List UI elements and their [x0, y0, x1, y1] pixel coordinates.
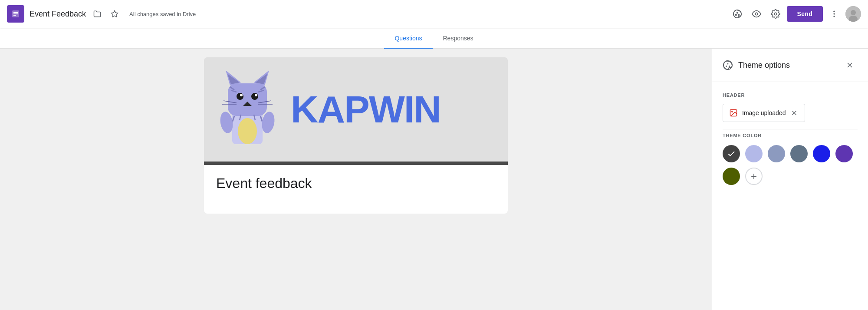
color-swatch-medium-periwinkle[interactable] [768, 145, 785, 162]
folder-icon [93, 10, 101, 18]
tab-questions[interactable]: Questions [384, 28, 432, 49]
color-swatch-purple[interactable] [835, 145, 853, 162]
palette-icon [733, 9, 742, 19]
color-swatch-dark-gray[interactable] [723, 145, 740, 162]
doc-title: Event Feedback [30, 10, 86, 19]
image-uploaded-text: Image uploaded [742, 109, 786, 116]
color-swatch-olive[interactable] [723, 168, 740, 185]
theme-color-section: THEME COLOR + [712, 129, 868, 195]
saved-status: All changes saved in Drive [129, 11, 196, 17]
svg-point-11 [833, 11, 835, 12]
preview-button[interactable] [749, 6, 764, 22]
svg-point-30 [240, 94, 243, 96]
color-swatches: + [723, 145, 858, 185]
svg-point-13 [833, 16, 835, 17]
svg-point-10 [774, 13, 777, 15]
svg-point-12 [833, 13, 835, 14]
image-clear-button[interactable] [790, 109, 799, 117]
theme-panel-header: Theme options [712, 49, 868, 82]
more-vert-icon [830, 10, 838, 18]
svg-point-18 [238, 118, 257, 144]
svg-point-50 [732, 111, 733, 112]
header-section-label: HEADER [723, 92, 858, 98]
clear-icon [790, 109, 798, 117]
plus-icon: + [751, 171, 757, 181]
theme-panel: Theme options HEADER Image uploaded [712, 49, 868, 310]
theme-color-label: THEME COLOR [723, 133, 858, 138]
settings-icon [771, 9, 780, 19]
svg-point-9 [755, 13, 758, 15]
add-color-button[interactable]: + [745, 168, 763, 185]
main-area: KAPWIN Event feedback Theme options [0, 49, 868, 310]
mascot-area [213, 62, 282, 157]
header-bar: Event Feedback All changes saved in Driv… [0, 0, 868, 28]
svg-point-46 [727, 63, 729, 65]
feedback-title: Event feedback [216, 175, 496, 191]
svg-point-7 [738, 14, 739, 16]
svg-point-44 [726, 66, 727, 67]
header-image: KAPWIN [204, 57, 508, 162]
svg-point-28 [237, 93, 243, 100]
header-icons-left [89, 6, 122, 22]
theme-header-section: HEADER Image uploaded [712, 82, 868, 129]
color-swatch-light-periwinkle[interactable] [745, 145, 763, 162]
send-button[interactable]: Send [787, 6, 823, 22]
svg-point-15 [851, 10, 856, 15]
settings-button[interactable] [768, 6, 783, 22]
header-right: Send [730, 6, 861, 22]
tabs-bar: Questions Responses [0, 28, 868, 49]
cat-mascot [217, 66, 278, 153]
svg-point-8 [736, 12, 738, 13]
svg-point-45 [729, 66, 730, 67]
avatar-image [845, 6, 861, 22]
feedback-card[interactable]: Event feedback [204, 162, 508, 214]
color-swatch-slate[interactable] [790, 145, 808, 162]
image-icon [729, 109, 738, 117]
svg-marker-4 [112, 11, 118, 17]
svg-point-31 [255, 94, 257, 96]
preview-icon [752, 9, 761, 19]
theme-palette-icon [723, 60, 733, 70]
form-content: KAPWIN Event feedback [0, 49, 712, 310]
avatar[interactable] [845, 6, 861, 22]
checkmark-icon [727, 149, 736, 158]
header-image-card[interactable]: KAPWIN [204, 57, 508, 162]
app-icon [7, 5, 24, 23]
theme-panel-title: Theme options [738, 61, 842, 70]
star-button[interactable] [107, 6, 122, 22]
theme-close-button[interactable] [842, 57, 858, 73]
star-icon [111, 10, 118, 18]
image-uploaded-badge[interactable]: Image uploaded [723, 104, 805, 122]
kapwin-text: KAPWIN [291, 90, 441, 129]
more-button[interactable] [826, 6, 842, 22]
svg-point-29 [251, 93, 258, 100]
svg-rect-19 [228, 83, 267, 116]
color-swatch-blue[interactable] [813, 145, 830, 162]
tab-responses[interactable]: Responses [433, 28, 484, 49]
svg-point-6 [735, 14, 736, 16]
palette-button[interactable] [730, 6, 745, 22]
close-icon [845, 61, 854, 69]
folder-button[interactable] [89, 6, 105, 22]
